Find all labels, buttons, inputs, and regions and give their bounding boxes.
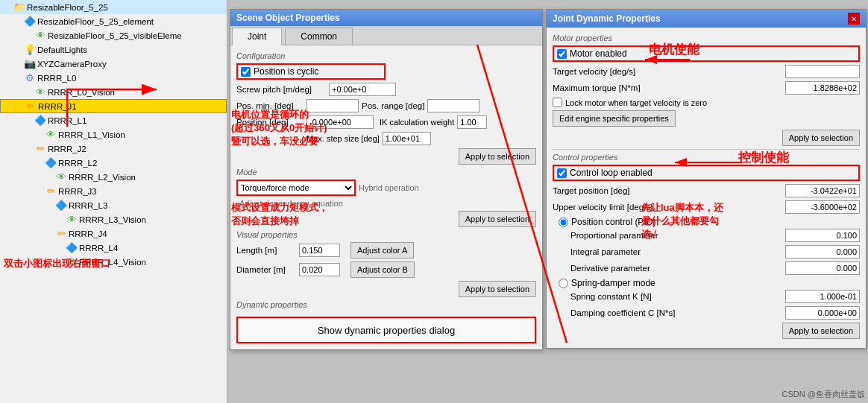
tree-item-rrrr_l0[interactable]: ⚙RRRR_L0	[0, 71, 227, 85]
spring-damper-label: Spring-damper mode	[571, 278, 655, 288]
spring-damper-row: Spring-damper mode	[559, 278, 860, 288]
show-dynamic-dialog-btn[interactable]: Show dynamic properties dialog	[236, 317, 536, 343]
tree-item-rrrr_j2[interactable]: ✏RRRR_J2	[0, 142, 227, 156]
motor-enabled-label: Motor enabled	[570, 48, 627, 59]
motor-section-label: Motor properties	[553, 34, 860, 42]
apply-btn-1[interactable]: Apply to selection	[459, 148, 536, 165]
tree-label-rrrr_l3: RRRR_L3	[69, 201, 107, 210]
adjust-dep-label: Adjust dependency equation	[239, 199, 536, 208]
tree-label-rrrr_l4: RRRR_L4	[79, 244, 118, 253]
middle-panel-body: Configuration Position is cyclic Screw p…	[230, 45, 542, 349]
dynamic-section-label: Dynamic properties	[236, 300, 536, 309]
hybrid-label: Hybrid operation	[359, 183, 419, 192]
pos-min-input[interactable]	[306, 99, 359, 112]
tree-icon-rrrr_l2: 🔷	[45, 157, 57, 169]
tree-item-resizablefloor_element[interactable]: 🔷ResizableFloor_5_25_element	[0, 14, 227, 28]
derivative-row: Derivative parameter	[553, 261, 860, 275]
tree-item-xyzcameraproxy[interactable]: 📷XYZCameraProxy	[0, 57, 227, 71]
watermark: CSDN @鱼香肉丝盖饭	[782, 389, 865, 400]
scene-object-properties-panel: Scene Object Properties Joint Common Con…	[230, 9, 543, 350]
lock-motor-checkbox[interactable]	[553, 98, 562, 107]
tree-item-rrrr_j4[interactable]: ✏RRRR_J4	[0, 226, 227, 241]
right-apply-btn-2[interactable]: Apply to selection	[782, 323, 860, 339]
position-control-radio[interactable]	[559, 218, 568, 227]
length-input[interactable]	[299, 244, 340, 257]
tree-icon-rrrr_j2: ✏	[34, 143, 46, 155]
tab-joint[interactable]: Joint	[232, 28, 282, 45]
control-section-label: Control properties	[553, 153, 860, 162]
tree-icon-resizablefloor_5_25: 📁	[13, 1, 25, 13]
tree-item-resizablefloor_5_25[interactable]: 📁ResizableFloor_5_25	[0, 0, 227, 14]
tree-item-rrrr_l1_vision[interactable]: 👁RRRR_L1_Vision	[0, 127, 227, 142]
tree-icon-rrrr_l1_vision: 👁	[45, 129, 57, 141]
apply-row-3: Apply to selection	[236, 281, 536, 297]
right-apply-row-2: Apply to selection	[553, 323, 860, 339]
position-input[interactable]	[306, 115, 374, 129]
tree-item-rrrr_j1[interactable]: ✏RRRR_J1	[0, 99, 227, 113]
motor-enabled-checkbox[interactable]	[557, 49, 567, 59]
tree-item-rrrr_l4_vision[interactable]: 👁RRRR_L4_Vision	[0, 255, 227, 269]
tree-icon-rrrr_l0_vision: 👁	[34, 86, 46, 98]
spring-damper-radio[interactable]	[559, 279, 568, 288]
tree-icon-rrrr_l4_vision: 👁	[66, 256, 78, 268]
diameter-input[interactable]	[299, 263, 340, 276]
tree-item-rrrr_l3_vision[interactable]: 👁RRRR_L3_Vision	[0, 212, 227, 226]
spring-constant-input[interactable]	[785, 290, 860, 303]
mode-row: Torque/force mode Position mode Velocity…	[236, 180, 536, 196]
tree-item-rrrr_l0_vision[interactable]: 👁RRRR_L0_Vision	[0, 85, 227, 99]
tab-common[interactable]: Common	[285, 28, 353, 45]
adjust-color-a-btn[interactable]: Adjust color A	[350, 242, 414, 258]
target-velocity-input[interactable]	[785, 65, 860, 78]
tree-icon-rrrr_l0: ⚙	[24, 72, 36, 84]
tree-item-rrrr_l2[interactable]: 🔷RRRR_L2	[0, 156, 227, 170]
adjust-color-b-btn[interactable]: Adjust color B	[350, 261, 415, 278]
tree-item-resizablefloor_visible[interactable]: 👁ResizableFloor_5_25_visibleEleme	[0, 28, 227, 42]
control-enabled-checkbox[interactable]	[557, 168, 567, 178]
pos-min-range-row: Pos. min. [deg] Pos. range [deg]	[236, 99, 536, 112]
upper-velocity-input[interactable]	[785, 200, 860, 214]
max-torque-input[interactable]	[785, 81, 860, 95]
tree-label-rrrr_l1: RRRR_L1	[48, 116, 87, 125]
position-cyclic-checkbox[interactable]	[241, 67, 251, 77]
diameter-label: Diameter [m]	[236, 265, 296, 274]
damping-coeff-input[interactable]	[785, 306, 860, 320]
damping-coeff-label: Damping coefficient C [N*s]	[570, 308, 782, 317]
position-cyclic-label: Position is cyclic	[254, 66, 318, 77]
position-cyclic-checkbox-row: Position is cyclic	[236, 63, 386, 80]
tree-item-rrrr_l2_vision[interactable]: 👁RRRR_L2_Vision	[0, 170, 227, 184]
derivative-input[interactable]	[785, 261, 860, 275]
screw-pitch-input[interactable]	[329, 83, 396, 96]
lock-motor-row: Lock motor when target velocity is zero	[553, 98, 860, 107]
tree-icon-resizablefloor_element: 🔷	[24, 16, 36, 28]
ik-weight-label: IK calculation weight	[380, 118, 454, 127]
tree-label-rrrr_l1_vision: RRRR_L1_Vision	[58, 130, 125, 139]
max-step-input[interactable]	[383, 132, 431, 145]
tree-icon-rrrr_l3_vision: 👁	[66, 214, 78, 226]
tree-item-rrrr_l1[interactable]: 🔷RRRR_L1	[0, 113, 227, 127]
tree-label-rrrr_l0_vision: RRRR_L0_Vision	[48, 88, 115, 97]
tree-item-rrrr_j3[interactable]: ✏RRRR_J3	[0, 184, 227, 198]
edit-engine-btn[interactable]: Edit engine specific properties	[553, 110, 676, 127]
tree-label-rrrr_l3_vision: RRRR_L3_Vision	[79, 215, 146, 224]
tree-label-rrrr_l4_vision: RRRR_L4_Vision	[79, 258, 146, 267]
tree-item-rrrr_l4[interactable]: 🔷RRRR_L4	[0, 241, 227, 255]
proportional-row: Proportional parameter	[553, 229, 860, 242]
apply-row-1: Apply to selection	[236, 148, 536, 165]
tree-label-rrrr_j3: RRRR_J3	[58, 187, 97, 196]
close-button[interactable]: ✕	[848, 13, 860, 25]
right-apply-btn-1[interactable]: Apply to selection	[782, 130, 860, 146]
apply-btn-3[interactable]: Apply to selection	[459, 281, 536, 297]
max-torque-label: Maximum torque [N*m]	[553, 83, 782, 92]
edit-engine-row: Edit engine specific properties	[553, 110, 860, 127]
pos-range-input[interactable]	[427, 99, 479, 112]
lock-motor-label: Lock motor when target velocity is zero	[565, 98, 707, 107]
integral-input[interactable]	[785, 245, 860, 258]
ik-weight-input[interactable]	[457, 115, 487, 129]
tree-icon-rrrr_l1: 🔷	[34, 115, 46, 127]
target-position-input[interactable]	[785, 184, 860, 197]
apply-btn-2[interactable]: Apply to selection	[459, 211, 536, 227]
proportional-input[interactable]	[785, 229, 860, 242]
mode-dropdown[interactable]: Torque/force mode Position mode Velocity…	[236, 180, 356, 196]
tree-item-defaultlights[interactable]: 💡DefaultLights	[0, 42, 227, 57]
tree-item-rrrr_l3[interactable]: 🔷RRRR_L3	[0, 198, 227, 212]
